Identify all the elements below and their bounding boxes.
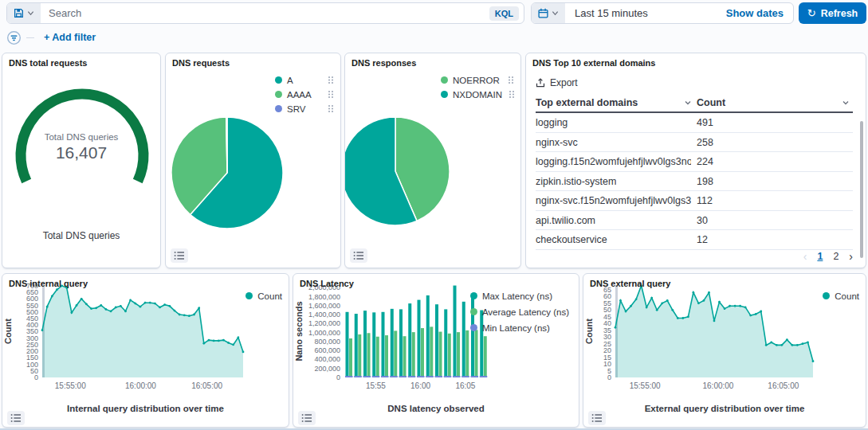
legend-toggle-button[interactable]: [7, 411, 25, 425]
chart-legend: AAAAASRV: [275, 74, 334, 117]
legend-actions-button[interactable]: [321, 104, 334, 114]
filter-icon[interactable]: [6, 30, 22, 45]
save-icon: [14, 8, 24, 18]
chart-bottom-title: External query distribution over time: [583, 404, 866, 413]
legend-item-label: Count: [257, 291, 282, 301]
svg-text:Count: Count: [584, 319, 594, 344]
sort-chevron-icon[interactable]: [684, 99, 692, 107]
chart-bottom-title: Internal query distribution over time: [2, 404, 289, 413]
legend-item[interactable]: NOERROR: [441, 74, 514, 86]
legend-actions-icon[interactable]: [328, 104, 334, 114]
panel-dns-external-query: DNS external query 051015202530354045505…: [583, 273, 866, 428]
legend-actions-button[interactable]: [501, 76, 514, 85]
svg-text:16:00:00: 16:00:00: [702, 381, 733, 390]
svg-text:1,800,000: 1,800,000: [308, 293, 340, 301]
legend-toggle-button[interactable]: [588, 411, 606, 425]
calendar-icon: [538, 8, 548, 18]
export-button[interactable]: Export: [536, 77, 578, 88]
legend-item-label: Average Latency (ns): [482, 307, 569, 317]
svg-text:1,400,000: 1,400,000: [308, 311, 340, 319]
legend-color-dot: [275, 76, 282, 84]
table-row: checkoutservice12: [536, 230, 853, 250]
cell-domain: api.twilio.com: [536, 215, 595, 226]
legend-color-dot: [470, 292, 477, 299]
show-dates-link[interactable]: Show dates: [717, 3, 793, 23]
svg-text:15:55: 15:55: [366, 381, 386, 390]
legend-actions-button[interactable]: [502, 90, 515, 100]
filter-divider: [26, 37, 34, 38]
table-header: Top external domains Count: [536, 96, 853, 111]
legend-item[interactable]: Max Latency (ns): [470, 290, 569, 302]
time-range-value[interactable]: Last 15 minutes: [565, 3, 717, 23]
legend-list-icon: [301, 413, 312, 423]
legend-actions-icon[interactable]: [509, 90, 515, 100]
sort-chevron-icon[interactable]: [842, 99, 850, 107]
panel-title: DNS external query: [590, 279, 670, 288]
kql-badge[interactable]: KQL: [489, 6, 519, 21]
legend-color-dot: [275, 105, 282, 112]
panel-title: DNS requests: [172, 58, 230, 68]
cell-count: 198: [697, 176, 713, 187]
legend-color-dot: [823, 292, 830, 299]
table-body: logging491nginx-svc258logging.f15n2womfu…: [536, 113, 853, 250]
legend-item-label: NXDOMAIN: [453, 90, 502, 100]
column-header-domains[interactable]: Top external domains: [536, 97, 638, 108]
pagination-page-2[interactable]: 2: [833, 251, 839, 262]
legend-item[interactable]: AAAA: [275, 88, 334, 100]
table-row: nginx-svc.f15n2womfujehfjlwv0lgs3no...11…: [536, 191, 853, 211]
panel-title: DNS Top 10 external domains: [532, 58, 655, 68]
panel-dns-top-domains: DNS Top 10 external domains Export Top e…: [525, 53, 866, 268]
legend-toggle-button[interactable]: [298, 411, 316, 425]
legend-actions-icon[interactable]: [508, 76, 514, 85]
legend-actions-button[interactable]: [321, 90, 334, 100]
cell-domain: zipkin.istio-system: [536, 176, 616, 187]
legend-color-dot: [441, 91, 448, 98]
legend-item[interactable]: Average Latency (ns): [470, 306, 569, 318]
svg-text:400,000: 400,000: [314, 355, 340, 363]
svg-text:Count: Count: [3, 319, 13, 344]
chart-legend: Count: [245, 290, 282, 304]
cell-count: 112: [697, 195, 713, 206]
legend-list-icon: [174, 251, 185, 260]
add-filter-link[interactable]: + Add filter: [44, 32, 96, 43]
chart-legend: Count: [823, 290, 859, 304]
svg-text:600,000: 600,000: [314, 346, 340, 354]
legend-item-label: AAAA: [287, 90, 312, 100]
cell-domain: nginx-svc.f15n2womfujehfjlwv0lgs3no...: [536, 195, 691, 206]
saved-query-menu-button[interactable]: [7, 3, 41, 23]
svg-text:16:00: 16:00: [410, 381, 430, 390]
panel-title: DNS internal query: [9, 279, 88, 288]
calendar-menu-button[interactable]: [532, 3, 565, 23]
legend-item[interactable]: A: [275, 74, 334, 86]
legend-list-icon: [10, 413, 22, 423]
filter-bar: + Add filter: [6, 29, 96, 45]
legend-item-label: A: [287, 76, 293, 85]
column-header-count[interactable]: Count: [697, 97, 725, 108]
legend-actions-icon[interactable]: [328, 90, 334, 100]
legend-item[interactable]: NXDOMAIN: [441, 88, 514, 100]
refresh-button[interactable]: ↻ Refresh: [799, 2, 866, 24]
svg-text:0: 0: [336, 373, 340, 381]
legend-actions-button[interactable]: [321, 76, 334, 85]
table-row: zipkin.istio-system198: [536, 172, 853, 192]
legend-item[interactable]: Count: [245, 290, 282, 302]
legend-color-dot: [470, 308, 477, 315]
svg-text:16:05: 16:05: [455, 381, 475, 390]
legend-item-label: Count: [835, 291, 859, 301]
legend-item-label: NOERROR: [453, 76, 500, 85]
gauge-center-value: 16,407: [2, 143, 160, 162]
legend-actions-icon[interactable]: [328, 76, 334, 85]
cell-domain: checkoutservice: [536, 234, 607, 245]
pagination-page-1[interactable]: 1: [817, 251, 823, 262]
pagination-prev-icon[interactable]: ‹: [803, 250, 807, 263]
legend-item[interactable]: Min Latency (ns): [470, 322, 569, 334]
legend-toggle-button[interactable]: [171, 248, 188, 263]
legend-toggle-button[interactable]: [350, 248, 367, 263]
table-row: logging.f15n2womfujehfjlwv0lgs3nog....22…: [536, 152, 853, 172]
legend-item[interactable]: Count: [823, 290, 859, 302]
table-row: nginx-svc258: [536, 133, 853, 153]
table-scrollbar[interactable]: [860, 121, 863, 258]
search-input[interactable]: [41, 3, 489, 23]
legend-item[interactable]: SRV: [275, 103, 334, 115]
pagination-next-icon[interactable]: ›: [849, 250, 853, 263]
